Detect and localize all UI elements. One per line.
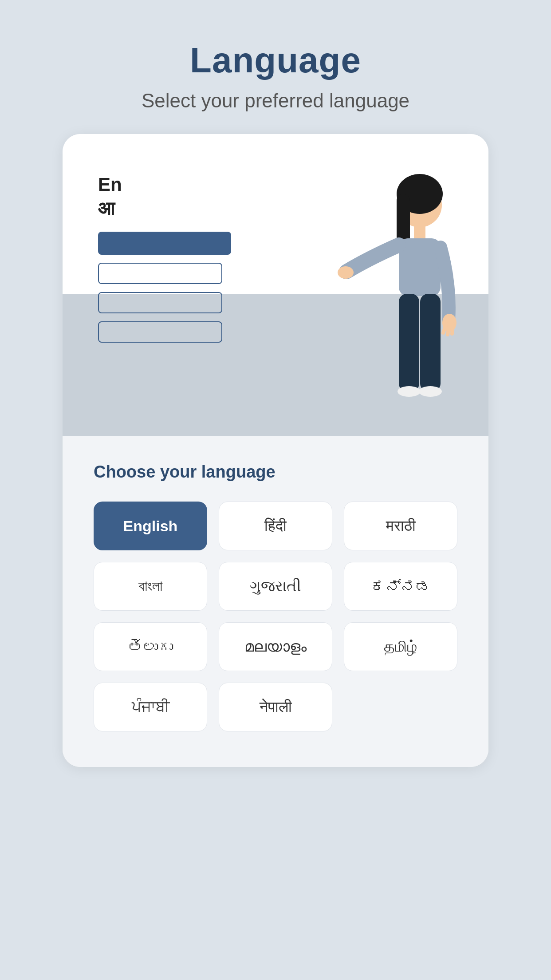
svg-rect-9 — [420, 294, 441, 391]
svg-point-10 — [398, 386, 421, 397]
choose-language-label: Choose your language — [94, 462, 457, 482]
svg-point-6 — [338, 266, 354, 279]
lang-btn-hindi[interactable]: हिंदी — [219, 502, 332, 550]
svg-rect-8 — [399, 294, 419, 391]
page-subtitle: Select your preferred language — [142, 90, 409, 112]
language-grid: English हिंदी मराठी বাংলা ગુજરાતી ಕನ್ನಡ … — [94, 502, 457, 731]
lang-btn-marathi[interactable]: मराठी — [344, 502, 457, 550]
lang-btn-nepali[interactable]: नेपाली — [219, 683, 332, 731]
empty-bar-3 — [98, 321, 222, 343]
lang-btn-english[interactable]: English — [94, 502, 207, 550]
header: Language Select your preferred language — [142, 0, 409, 112]
selected-bar — [98, 232, 231, 255]
main-card: En आ — [63, 134, 488, 767]
aa-label: आ — [98, 198, 231, 219]
en-label: En — [98, 174, 231, 195]
person-illustration — [333, 170, 475, 436]
empty-bar-1 — [98, 263, 222, 284]
lang-btn-tamil[interactable]: தமிழ் — [344, 622, 457, 671]
svg-line-14 — [452, 324, 453, 334]
en-aa-labels: En आ — [98, 174, 231, 219]
illustration-content: En आ — [63, 134, 488, 436]
empty-bar-2 — [98, 292, 222, 313]
svg-point-11 — [419, 386, 442, 397]
empty-cell — [344, 683, 457, 731]
lang-btn-telugu[interactable]: తెలుగు — [94, 622, 207, 671]
lang-btn-kannada[interactable]: ಕನ್ನಡ — [344, 562, 457, 611]
svg-rect-4 — [414, 225, 425, 238]
page-title: Language — [142, 40, 409, 81]
svg-line-13 — [448, 325, 449, 335]
lang-btn-bengali[interactable]: বাংলা — [94, 562, 207, 611]
text-ui-area: En आ — [98, 174, 231, 343]
lang-btn-malayalam[interactable]: മലയാളം — [219, 622, 332, 671]
lang-btn-punjabi[interactable]: ਪੰਜਾਬੀ — [94, 683, 207, 731]
language-section: Choose your language English हिंदी मराठी… — [63, 436, 488, 767]
lang-btn-gujarati[interactable]: ગુજરાતી — [219, 562, 332, 611]
illustration-area: En आ — [63, 134, 488, 436]
